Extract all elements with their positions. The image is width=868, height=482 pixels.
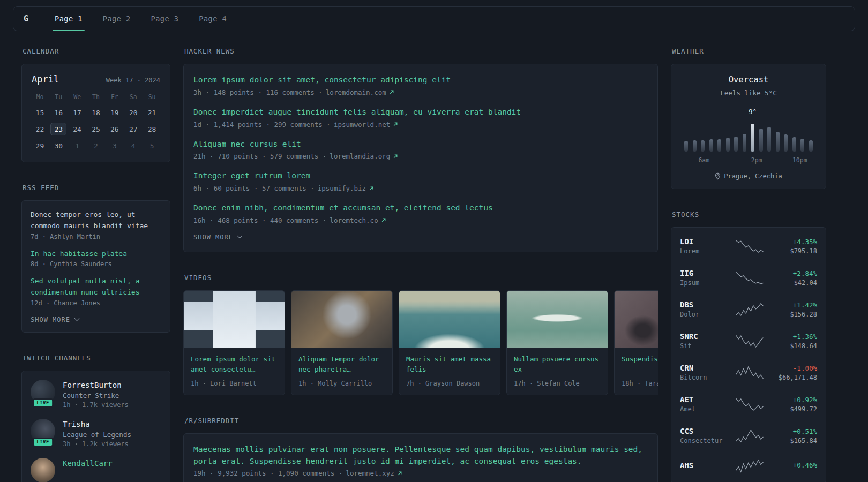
channel-name-link[interactable]: Trisha — [63, 419, 131, 428]
app-logo[interactable]: G — [13, 7, 39, 31]
story-domain-link[interactable]: loremtech.co — [330, 216, 386, 224]
twitch-channel-row[interactable]: LIVE ForrestBurton Counter-Strike 1h · 1… — [31, 380, 161, 409]
stock-row[interactable]: AET Amet +0.92% $499.72 — [679, 388, 818, 420]
calendar-day[interactable]: 24 — [69, 123, 85, 135]
post-link[interactable]: Maecenas mollis pulvinar erat non posuer… — [193, 444, 648, 468]
calendar-day[interactable]: 4 — [125, 139, 141, 152]
story-meta: 6h · 60 points · 57 comments · ipsumify.… — [193, 184, 648, 192]
calendar-day[interactable]: 28 — [144, 123, 160, 135]
live-badge: LIVE — [33, 438, 53, 447]
rss-item-link[interactable]: Sed volutpat nulla nisl, a condimentum n… — [31, 276, 161, 298]
video-title-link[interactable]: Nullam posuere cursus ex — [514, 354, 601, 375]
section-title-subreddit: /R/SUBREDDIT — [184, 417, 658, 425]
rss-item-link[interactable]: Donec tempor eros leo, ut commodo mauris… — [31, 209, 161, 232]
calendar-day[interactable]: 2 — [88, 139, 104, 152]
twitch-channel-row[interactable]: LIVE Trisha League of Legends 3h · 1.2k … — [31, 419, 161, 448]
calendar-day[interactable]: 25 — [88, 123, 104, 135]
calendar-day[interactable]: 22 — [32, 123, 48, 135]
story-link[interactable]: Integer eget rutrum lorem — [193, 170, 648, 182]
time-label: 10pm — [792, 156, 807, 164]
story-link[interactable]: Lorem ipsum dolor sit amet, consectetur … — [193, 74, 648, 86]
tab-page-2[interactable]: Page 2 — [93, 7, 141, 31]
right-column: WEATHER Overcast Feels like 5°C 9° 6am 2… — [671, 47, 826, 482]
video-card[interactable]: Mauris sit amet massa felis 7h · Grayson… — [399, 290, 500, 395]
channel-info: KendallCarr — [63, 458, 113, 470]
stock-name: Consectetur — [680, 437, 729, 445]
calendar-day[interactable]: 29 — [32, 139, 48, 152]
stock-values: -1.00% $66,171.48 — [770, 364, 817, 381]
external-link-icon — [393, 122, 398, 127]
stock-row[interactable]: LDI Lorem +4.35% $795.18 — [679, 230, 818, 262]
video-title-link[interactable]: Mauris sit amet massa felis — [406, 354, 493, 375]
video-title-link[interactable]: Aliquam tempor dolor nec pharetra… — [298, 354, 385, 375]
stock-row[interactable]: CCS Consectetur +0.51% $165.84 — [679, 420, 818, 451]
story-link[interactable]: Donec enim nibh, condimentum et accumsan… — [193, 202, 648, 214]
calendar-day[interactable]: 17 — [69, 106, 85, 119]
calendar-day[interactable]: 15 — [32, 106, 48, 119]
video-title-link[interactable]: Suspendisse diam — [622, 354, 658, 375]
time-label: 2pm — [751, 156, 762, 164]
rss-card: Donec tempor eros leo, ut commodo mauris… — [21, 200, 170, 333]
video-card[interactable]: Lorem ipsum dolor sit amet consectetu… 1… — [183, 290, 285, 395]
rss-item-meta: 12d · Chance Jones — [31, 299, 161, 307]
stock-change: +1.36% — [770, 333, 817, 341]
video-card[interactable]: Aliquam tempor dolor nec pharetra… 1h · … — [291, 290, 393, 395]
tab-page-3[interactable]: Page 3 — [141, 7, 189, 31]
tab-page-1[interactable]: Page 1 — [44, 7, 93, 31]
stock-row[interactable]: IIG Ipsum +2.84% $42.04 — [679, 262, 818, 293]
story-domain: ipsumworld.net — [334, 120, 390, 129]
story-link[interactable]: Donec imperdiet augue tincidunt felis al… — [193, 107, 648, 118]
stock-row[interactable]: CRN Bitcorn -1.00% $66,171.48 — [679, 357, 818, 388]
video-thumbnail — [507, 291, 608, 348]
calendar-day[interactable]: 18 — [88, 106, 104, 119]
video-meta: 7h · Grayson Dawson — [399, 375, 500, 395]
calendar-day[interactable]: 19 — [107, 106, 123, 119]
dow-label: Tu — [49, 93, 68, 106]
story-domain-link[interactable]: loremlandia.org — [330, 152, 398, 160]
weather-bars — [684, 122, 813, 152]
video-title-link[interactable]: Lorem ipsum dolor sit amet consectetu… — [191, 354, 278, 375]
story-link[interactable]: Aliquam nec cursus elit — [193, 139, 648, 150]
calendar-day[interactable]: 20 — [125, 106, 141, 119]
story-domain-link[interactable]: ipsumworld.net — [334, 120, 398, 129]
hn-show-more-button[interactable]: SHOW MORE — [193, 234, 242, 241]
calendar-day[interactable]: 23 — [50, 123, 66, 135]
video-card[interactable]: Nullam posuere cursus ex 17h · Stefan Co… — [506, 290, 608, 395]
calendar-day[interactable]: 1 — [69, 139, 85, 152]
video-thumbnail — [184, 291, 285, 348]
stock-sparkline — [735, 270, 765, 285]
story-stats: 16h · 468 points · 440 comments · — [193, 216, 326, 224]
stock-values: +1.36% $148.64 — [770, 333, 817, 350]
section-title-rss: RSS FEED — [23, 184, 170, 192]
calendar-day[interactable]: 26 — [107, 123, 123, 135]
dow-label: Sa — [124, 93, 143, 106]
stock-row[interactable]: SNRC Sit +1.36% $148.64 — [679, 325, 818, 357]
video-card[interactable]: Suspendisse diam 18h · Tara — [614, 290, 658, 395]
channel-name-link[interactable]: KendallCarr — [63, 458, 113, 468]
story-domain-link[interactable]: loremdomain.com — [326, 88, 394, 96]
subreddit-widget: /R/SUBREDDIT Maecenas mollis pulvinar er… — [183, 417, 658, 482]
rss-item: Donec tempor eros leo, ut commodo mauris… — [31, 209, 161, 240]
stock-row[interactable]: DBS Dolor +1.42% $156.28 — [679, 293, 818, 325]
calendar-day[interactable]: 21 — [144, 106, 160, 119]
dashboard-grid: CALENDAR April Week 17 · 2024 Mo Tu We T… — [0, 31, 868, 482]
weather-hour-bar — [693, 140, 697, 152]
calendar-day[interactable]: 5 — [144, 139, 160, 152]
story-meta: 16h · 468 points · 440 comments · loremt… — [193, 216, 648, 224]
stock-price: $795.18 — [770, 247, 817, 255]
calendar-day[interactable]: 27 — [125, 123, 141, 135]
post-domain-link[interactable]: loremnet.xyz — [346, 469, 402, 477]
stock-change: +0.46% — [770, 461, 817, 469]
tab-page-4[interactable]: Page 4 — [189, 7, 237, 31]
channel-name-link[interactable]: ForrestBurton — [63, 380, 129, 389]
calendar-day[interactable]: 3 — [107, 139, 123, 152]
twitch-channel-row[interactable]: KendallCarr — [31, 458, 161, 482]
calendar-day[interactable]: 30 — [50, 139, 66, 152]
stock-row[interactable]: AHS +0.46% — [679, 451, 818, 480]
dow-label: We — [68, 93, 87, 106]
calendar-day[interactable]: 16 — [50, 106, 66, 119]
rss-show-more-button[interactable]: SHOW MORE — [31, 316, 79, 323]
story-domain-link[interactable]: ipsumify.biz — [318, 184, 374, 192]
rss-item-link[interactable]: In hac habitasse platea — [31, 248, 161, 260]
stock-symbol: CRN — [680, 364, 729, 372]
